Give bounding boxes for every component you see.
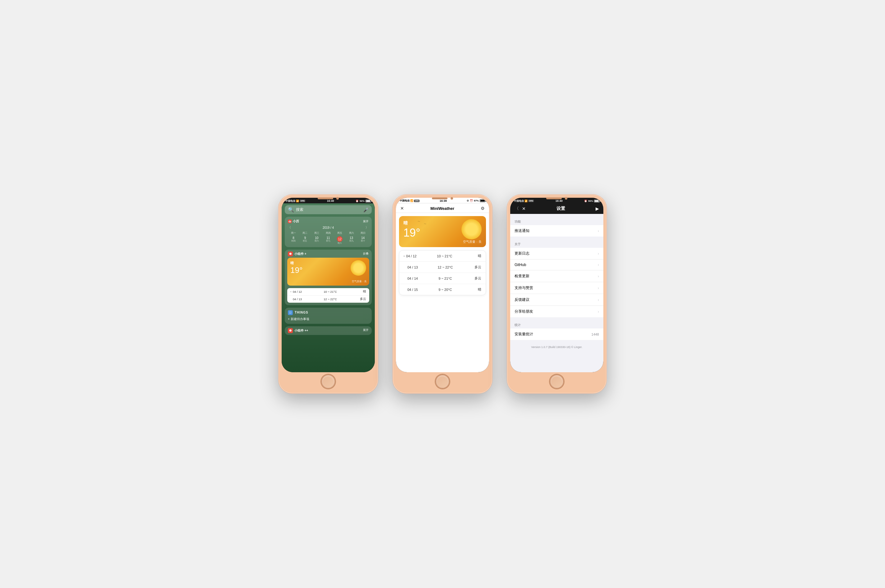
- home-button-2[interactable]: [436, 375, 449, 388]
- settings-row-share[interactable]: 分享给朋友 ›: [510, 306, 603, 317]
- settings-row-feedback[interactable]: 反馈建议 ›: [510, 294, 603, 306]
- settings-title: 设置: [526, 206, 596, 212]
- settings-back-btn[interactable]: 〈: [514, 206, 519, 212]
- cal-icon: 📅: [288, 219, 292, 223]
- section-label-2: 统计: [510, 320, 603, 328]
- settings-nav: 〈 ✕ 设置 ▶: [510, 203, 603, 214]
- widget-collapse-btn[interactable]: 折叠: [363, 252, 369, 256]
- alarm-icon-3: ⏰: [584, 200, 587, 202]
- phone1-bottom: [282, 372, 375, 390]
- chevron-changelog: ›: [598, 252, 599, 256]
- cal-day-11[interactable]: 11初七: [322, 236, 334, 244]
- phone-2: 中国电信 📶 VPN 16:39 ⊙ ⏰ 97% ✕: [393, 195, 492, 393]
- settings-label-feedback: 反馈建议: [514, 297, 530, 302]
- cal-day-9[interactable]: 9初五: [299, 236, 310, 244]
- bottom-expand-btn[interactable]: 展开: [363, 328, 369, 333]
- battery-fill-3: [595, 200, 599, 202]
- dot-0: •: [404, 255, 405, 257]
- search-text-1: 搜索: [296, 207, 362, 212]
- home-button-3[interactable]: [550, 375, 564, 388]
- status-left-1: 中国电信 📶 VPN: [285, 199, 305, 203]
- cal-weekday-sun: 周日: [357, 231, 369, 235]
- phone-1: 中国电信 📶 VPN 16:40 ⏰ 96%: [279, 195, 378, 393]
- cal-expand-btn[interactable]: 展开: [363, 219, 369, 224]
- weather-card-nc: 晴 19° 空气质量：良: [287, 258, 369, 286]
- cal-day-14[interactable]: 14初十: [357, 236, 369, 244]
- mw-forecast-cond-3: 晴: [472, 287, 482, 292]
- chevron-share: ›: [598, 309, 599, 314]
- settings-label-support: 支持与赞赏: [514, 285, 533, 291]
- camera-3: [565, 197, 567, 200]
- chevron-support: ›: [598, 286, 599, 290]
- cal-day-12-today[interactable]: 12初八: [334, 236, 345, 244]
- cal-weekday-wed: 周三: [311, 231, 322, 235]
- phone3-inner: 中国电信 📶 VPN 16:40 ⏰ 96% 〈: [510, 198, 603, 372]
- battery-icon-2: [480, 199, 485, 202]
- status-left-2: 中国电信 📶 VPN: [400, 199, 420, 202]
- home-button-1[interactable]: [321, 375, 335, 388]
- mw-forecast-card: • 04 / 12 10 ~ 21°C 晴 04 / 13 12 ~ 22°C …: [399, 250, 486, 295]
- things-widget: ☑ THINGS + 新建待办事项: [285, 308, 372, 324]
- wifi-icon-2: 📶: [410, 199, 413, 202]
- wifi-icon-3: 📶: [525, 200, 528, 202]
- things-add-btn[interactable]: + 新建待办事项: [288, 317, 369, 321]
- cal-day-8[interactable]: 8初四: [288, 236, 299, 244]
- carrier-2: 中国电信: [400, 199, 410, 202]
- phone2-inner: 中国电信 📶 VPN 16:39 ⊙ ⏰ 97% ✕: [396, 198, 489, 372]
- cal-title: 📅 小历: [288, 219, 299, 224]
- mw-weather-aqi: 空气质量：良: [463, 240, 482, 244]
- cal-weekday-fri: 周五: [334, 231, 345, 235]
- settings-row-checkupdate[interactable]: 检查更新 ›: [510, 270, 603, 282]
- mw-title: MiniWeather: [430, 206, 454, 211]
- mw-forecast-cond-2: 多云: [472, 276, 482, 280]
- mw-weather-card: 〜 〜 晴 19° 空气质量：良: [399, 216, 486, 247]
- cal-prev-btn[interactable]: 〈: [288, 225, 291, 230]
- phones-container: 中国电信 📶 VPN 16:40 ⏰ 96%: [279, 195, 606, 393]
- settings-row-github[interactable]: GitHub ›: [510, 260, 603, 270]
- mw-forecast-cond-1: 多云: [472, 265, 482, 270]
- mw-forecast-date-1: 04 / 13: [404, 266, 418, 269]
- bat-pct-2: 97%: [474, 199, 479, 202]
- settings-row-push[interactable]: 推送通知 ›: [510, 225, 603, 237]
- forecast-date-nc-0: • 04 / 12: [290, 290, 302, 293]
- mw-settings-btn[interactable]: ⚙: [481, 206, 485, 211]
- cal-next-btn[interactable]: 〉: [366, 225, 369, 230]
- settings-play-btn[interactable]: ▶: [596, 206, 599, 211]
- speaker-1: [318, 198, 333, 199]
- chevron-checkupdate: ›: [598, 274, 599, 279]
- search-icon-1: 🔍: [288, 207, 294, 213]
- battery-icon-3: [594, 200, 600, 202]
- mw-close-btn[interactable]: ✕: [400, 206, 404, 211]
- phone-3: 中国电信 📶 VPN 16:40 ⏰ 96% 〈: [507, 195, 606, 393]
- battery-fill-2: [480, 200, 485, 201]
- phone2-screen: ✕ MiniWeather ⚙ 〜 〜 晴 19° 空气质量：良: [396, 203, 489, 372]
- bat-pct-3: 96%: [588, 200, 593, 202]
- carrier-3: 中国电信: [514, 199, 524, 203]
- weather-widget-header: ❶ 小组件 + 折叠: [285, 250, 372, 258]
- phone1-screen: 🔍 搜索 🎤 📅 小历 展开: [282, 203, 375, 372]
- settings-group-1: 更新日志 › GitHub › 检查更新 › 支持与赞赏: [510, 248, 603, 317]
- bottom-widget: ❶ 小组件 ++ 展开: [285, 326, 372, 335]
- mw-forecast-date-0: • 04 / 12: [404, 254, 416, 258]
- time-1: 16:40: [327, 199, 334, 202]
- mw-forecast-row-0: • 04 / 12 10 ~ 21°C 晴: [399, 250, 486, 262]
- cal-day-13[interactable]: 13初九: [346, 236, 357, 244]
- things-title: THINGS: [295, 311, 308, 314]
- settings-label-share: 分享给朋友: [514, 309, 533, 314]
- vpn-badge-2: VPN: [414, 200, 420, 202]
- mw-sun-decoration: [462, 219, 482, 239]
- mw-forecast-range-0: 10 ~ 21°C: [434, 254, 456, 258]
- chevron-push: ›: [598, 229, 599, 233]
- phone3-screen: 〈 ✕ 设置 ▶ 功能 推送通知 ›: [510, 203, 603, 372]
- cal-day-10[interactable]: 10初六: [311, 236, 322, 244]
- things-header: ☑ THINGS: [288, 310, 369, 315]
- settings-row-changelog[interactable]: 更新日志 ›: [510, 248, 603, 260]
- settings-label-changelog: 更新日志: [514, 251, 530, 256]
- nc-search-bar[interactable]: 🔍 搜索 🎤: [285, 205, 372, 214]
- settings-nav-left: 〈 ✕: [514, 206, 526, 212]
- settings-row-support[interactable]: 支持与赞赏 ›: [510, 282, 603, 294]
- mw-forecast-row-2: 04 / 14 9 ~ 21°C 多云: [399, 273, 486, 284]
- camera-1: [336, 197, 339, 200]
- settings-group-0: 推送通知 ›: [510, 225, 603, 237]
- settings-close-btn[interactable]: ✕: [522, 206, 526, 211]
